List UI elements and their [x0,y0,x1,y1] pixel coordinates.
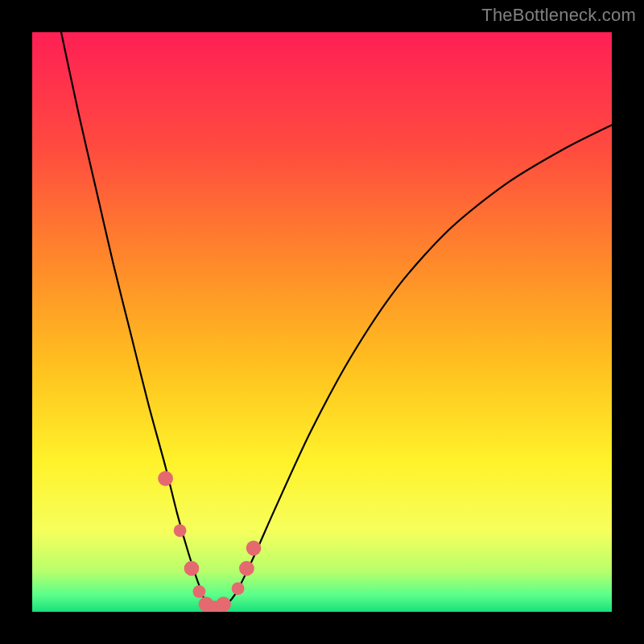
marker-dot [246,540,262,555]
curve-layer [32,32,612,612]
marker-dot [216,597,231,612]
marker-dot [232,582,245,595]
marker-dot [239,561,254,576]
marker-dot [174,524,187,537]
marker-dot [184,561,200,576]
marker-dot [158,471,173,486]
curve-markers [158,471,261,612]
chart-frame: TheBottleneck.com [0,0,644,644]
bottleneck-curve [61,32,612,611]
marker-dot [192,585,205,598]
plot-area [32,32,612,612]
watermark-text: TheBottleneck.com [481,5,636,26]
